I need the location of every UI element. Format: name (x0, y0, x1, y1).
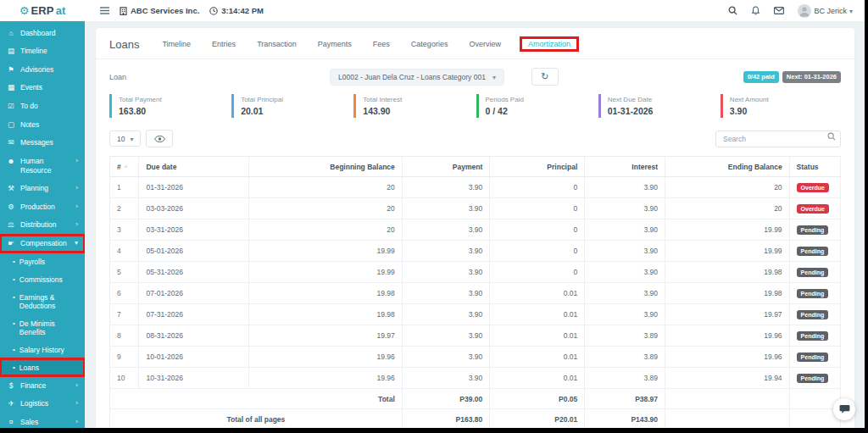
table-row: 4 05-01-2026 19.99 3.90 0 3.90 19.99 Pen… (110, 241, 841, 262)
cell-number: 8 (110, 325, 139, 347)
tab-categories[interactable]: Categories (409, 37, 450, 51)
sidebar-item-commissions[interactable]: Commissions (0, 270, 85, 288)
cell-beginning-balance: 20 (248, 198, 402, 219)
sidebar-item-compensation[interactable]: ☛ Compensation ▾ (0, 235, 85, 253)
cell-beginning-balance: 20 (248, 219, 402, 241)
status-badge: Pending (797, 310, 829, 319)
cell-beginning-balance: 19.98 (248, 283, 402, 304)
sidebar-item-sales[interactable]: ¤ Sales › (0, 413, 85, 428)
cell-payment: 3.90 (402, 347, 489, 368)
sidebar-item-notes[interactable]: ▢ Notes (0, 115, 85, 134)
tab-timeline[interactable]: Timeline (160, 37, 192, 51)
cell-number: 7 (110, 304, 139, 325)
finance-icon: $ (7, 381, 15, 390)
search-field-wrap (715, 130, 841, 147)
notes-icon: ▢ (7, 120, 15, 129)
table-row: 9 10-01-2026 19.96 3.90 0.01 3.89 19.96 … (110, 347, 841, 368)
total-label: Total of all pages (110, 409, 403, 429)
status-badge: Pending (797, 268, 829, 277)
tab-amortization[interactable]: Amortization (520, 37, 578, 51)
summary-card-value: 0 / 42 (486, 106, 597, 116)
sidebar-item-earnings-deductions[interactable]: Earnings & Deductions (0, 288, 85, 314)
tab-payments[interactable]: Payments (316, 37, 353, 51)
mail-icon[interactable] (774, 7, 784, 14)
cell-number: 9 (110, 347, 139, 368)
dashboard-icon: ⌂ (7, 29, 15, 37)
cell-payment: 3.90 (402, 198, 489, 219)
tab-fees[interactable]: Fees (371, 37, 392, 51)
sidebar-item-to-do[interactable]: ☑ To do (0, 97, 85, 116)
sidebar-nav: ⌂ Dashboard ▤ Timeline ⚑ Advisories ▦ Ev… (0, 21, 85, 428)
column-header-ending-balance: Ending Balance (665, 157, 790, 177)
compensation-icon: ☛ (7, 239, 15, 247)
total-principal: P0.05 (490, 389, 585, 409)
cell-beginning-balance: 19.97 (248, 325, 402, 347)
cell-beginning-balance: 19.99 (248, 241, 402, 262)
cell-number: 2 (110, 198, 139, 219)
summary-card: Total Principal 20.01 (231, 94, 352, 118)
cell-ending-balance: 19.94 (665, 368, 790, 389)
logo-gear-icon: ⚙ (19, 5, 30, 16)
table-search-input[interactable] (715, 130, 841, 147)
user-menu[interactable]: BC Jerick (798, 4, 853, 18)
cell-interest: 3.89 (585, 325, 665, 347)
cell-principal: 0 (490, 262, 585, 283)
sidebar-item-messages[interactable]: ✉ Messages (0, 134, 85, 153)
sidebar-item-dashboard[interactable]: ⌂ Dashboard (0, 24, 85, 42)
sidebar-item-payrolls[interactable]: Payrolls (0, 253, 85, 270)
sidebar-item-salary-history[interactable]: Salary History (0, 341, 85, 358)
page-size-caret-icon (130, 135, 133, 143)
sidebar-item-de-minimis-benefits[interactable]: De Minimis Benefits (0, 314, 85, 341)
status-badge: Overdue (797, 183, 829, 192)
table-controls-row: 10 (96, 126, 854, 154)
sidebar-item-distribution[interactable]: ⚖ Distribution › (0, 216, 85, 235)
column-visibility-button[interactable] (146, 130, 173, 147)
cell-ending-balance: 19.98 (665, 283, 790, 304)
column-header-[interactable]: # (110, 157, 139, 177)
loan-field-label: Loan (109, 73, 330, 81)
refresh-button[interactable]: ↻ (531, 68, 559, 86)
column-header-status: Status (789, 157, 840, 177)
clock-display: 3:14:42 PM (209, 6, 264, 15)
tab-overview[interactable]: Overview (467, 37, 503, 51)
cell-status: Pending (789, 368, 840, 389)
total-interest: P38.97 (585, 389, 665, 409)
sidebar-item-advisories[interactable]: ⚑ Advisories (0, 60, 85, 79)
cell-principal: 0 (490, 177, 585, 198)
tab-entries[interactable]: Entries (210, 37, 237, 51)
sidebar-item-planning[interactable]: ⚒ Planning › (0, 180, 85, 198)
sidebar-item-finance[interactable]: $ Finance › (0, 376, 85, 395)
summary-card-value: 143.90 (363, 106, 474, 116)
summary-card-value: 01-31-2026 (608, 106, 719, 116)
column-header-interest: Interest (585, 157, 665, 177)
summary-card: Next Due Date 01-31-2026 (598, 94, 719, 118)
sidebar-item-production[interactable]: ⚙ Production › (0, 197, 85, 216)
search-icon[interactable] (728, 6, 737, 15)
cell-interest: 3.90 (585, 219, 665, 241)
column-header-payment: Payment (402, 157, 489, 177)
sidebar-item-events[interactable]: ▦ Events (0, 79, 85, 97)
cell-beginning-balance: 19.96 (248, 347, 402, 368)
loan-select[interactable]: L0002 - Juan Dela Cruz - Loans Category … (330, 69, 504, 86)
status-badge: Pending (797, 331, 829, 341)
sidebar-toggle-icon[interactable] (100, 7, 109, 14)
tab-transaction[interactable]: Transaction (255, 37, 298, 51)
messages-icon: ✉ (7, 138, 15, 147)
chat-bubble-icon (839, 404, 850, 414)
eye-icon (154, 136, 165, 142)
sidebar-item-logistics[interactable]: ✈ Logistics › (0, 395, 85, 414)
cell-interest: 3.90 (585, 283, 665, 304)
page-size-select[interactable]: 10 (109, 130, 141, 147)
sidebar-item-loans[interactable]: Loans (0, 358, 85, 376)
page-title: Loans (109, 38, 139, 51)
table-row: 2 03-03-2026 20 3.90 0 3.90 20 Overdue (110, 198, 841, 219)
cell-status: Pending (789, 325, 840, 347)
chevron-right-icon: › (75, 381, 78, 389)
sidebar-item-human-resource[interactable]: ☻ Human Resource › (0, 152, 85, 179)
total-payment: P163.80 (402, 409, 489, 429)
cell-status: Pending (789, 219, 840, 241)
notifications-bell-icon[interactable] (751, 6, 760, 15)
distribution-icon: ⚖ (7, 220, 15, 229)
chat-fab-button[interactable] (833, 398, 855, 420)
sidebar-item-timeline[interactable]: ▤ Timeline (0, 42, 85, 61)
